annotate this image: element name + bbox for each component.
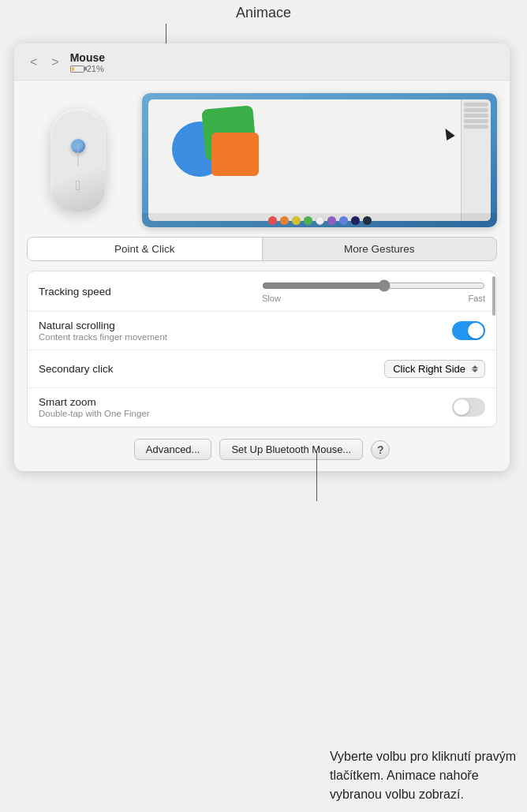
help-button[interactable]: ? xyxy=(371,440,390,459)
bluetooth-button[interactable]: Set Up Bluetooth Mouse... xyxy=(219,439,363,460)
back-button[interactable]: < xyxy=(27,54,40,71)
sidebar-line xyxy=(464,125,488,129)
sidebar-line xyxy=(464,119,488,123)
shape-orange xyxy=(211,133,259,176)
cursor-icon xyxy=(441,126,454,140)
mouse-shape:  xyxy=(50,109,106,211)
sidebar-line xyxy=(464,103,488,107)
smart-zoom-toggle[interactable] xyxy=(452,398,485,417)
preview-area:  xyxy=(14,80,510,237)
tabs-row: Point & Click More Gestures xyxy=(27,237,497,261)
toggle-knob xyxy=(468,323,484,339)
natural-scrolling-label: Natural scrolling Content tracks finger … xyxy=(39,320,452,342)
smart-zoom-title: Smart zoom xyxy=(39,396,452,408)
toggle-knob xyxy=(454,399,469,415)
annotation-top-text: Animace xyxy=(236,5,291,21)
color-dot xyxy=(316,216,324,225)
tracking-speed-label: Tracking speed xyxy=(39,286,262,297)
panel-title: Mouse xyxy=(70,51,105,64)
secondary-click-title: Secondary click xyxy=(39,363,384,375)
select-arrow-down-icon xyxy=(472,369,478,372)
tracking-speed-title: Tracking speed xyxy=(39,286,262,297)
battery-status: 21% xyxy=(70,64,105,73)
natural-scrolling-row: Natural scrolling Content tracks finger … xyxy=(28,312,496,350)
slider-fast-label: Fast xyxy=(469,294,485,303)
smart-zoom-subtitle: Double-tap with One Finger xyxy=(39,409,452,418)
header-title-block: Mouse 21% xyxy=(70,51,105,73)
color-dot xyxy=(351,216,360,225)
color-dot xyxy=(280,216,289,225)
tracking-speed-slider-area: Slow Fast xyxy=(262,279,485,303)
gesture-preview xyxy=(142,93,497,227)
gesture-preview-inner xyxy=(148,99,491,221)
slider-labels: Slow Fast xyxy=(262,294,485,303)
apple-logo-icon:  xyxy=(72,179,84,194)
color-dot xyxy=(327,216,336,225)
color-dot xyxy=(292,216,301,225)
preview-sidebar xyxy=(461,99,491,221)
secondary-click-select[interactable]: Click Right Side xyxy=(384,360,485,378)
color-dot xyxy=(268,216,277,225)
color-dot xyxy=(339,216,348,225)
sidebar-line xyxy=(464,114,488,118)
select-arrows xyxy=(472,365,478,372)
mouse-button-line xyxy=(78,144,79,166)
tracking-speed-row: Tracking speed Slow Fast xyxy=(28,271,496,312)
bottom-buttons: Advanced... Set Up Bluetooth Mouse... ? xyxy=(27,439,497,460)
settings-panel: < > Mouse 21%  xyxy=(14,43,510,471)
smart-zoom-label: Smart zoom Double-tap with One Finger xyxy=(39,396,452,418)
tab-more-gestures[interactable]: More Gestures xyxy=(263,238,497,260)
natural-scrolling-toggle[interactable] xyxy=(452,321,485,340)
battery-label: 21% xyxy=(87,64,104,73)
settings-section: Tracking speed Slow Fast Natural scrolli… xyxy=(27,271,497,428)
tracking-speed-slider[interactable] xyxy=(262,279,485,292)
slider-slow-label: Slow xyxy=(262,294,281,303)
annotation-right-line xyxy=(316,450,317,501)
select-arrow-up-icon xyxy=(472,365,478,369)
forward-button[interactable]: > xyxy=(48,54,62,71)
annotation-bottom-text: Vyberte volbu pro kliknutí pravým tlačít… xyxy=(330,750,516,801)
color-dot xyxy=(304,216,312,225)
color-dot xyxy=(363,216,372,225)
annotation-bottom: Vyberte volbu pro kliknutí pravým tlačít… xyxy=(330,747,519,804)
secondary-click-value: Click Right Side xyxy=(393,363,465,375)
annotation-top: Animace xyxy=(0,0,527,43)
smart-zoom-row: Smart zoom Double-tap with One Finger xyxy=(28,388,496,427)
mouse-illustration:  xyxy=(27,93,129,227)
scrollbar xyxy=(491,271,496,427)
advanced-button[interactable]: Advanced... xyxy=(134,439,212,460)
panel-header: < > Mouse 21% xyxy=(14,43,510,80)
natural-scrolling-title: Natural scrolling xyxy=(39,320,452,331)
sidebar-line xyxy=(464,108,488,112)
tab-point-click[interactable]: Point & Click xyxy=(28,238,262,260)
battery-icon xyxy=(70,65,84,73)
natural-scrolling-subtitle: Content tracks finger movement xyxy=(39,332,452,342)
color-dots-row xyxy=(142,213,497,227)
secondary-click-label: Secondary click xyxy=(39,363,384,375)
scrollbar-thumb[interactable] xyxy=(492,276,495,316)
secondary-click-row: Secondary click Click Right Side xyxy=(28,350,496,388)
